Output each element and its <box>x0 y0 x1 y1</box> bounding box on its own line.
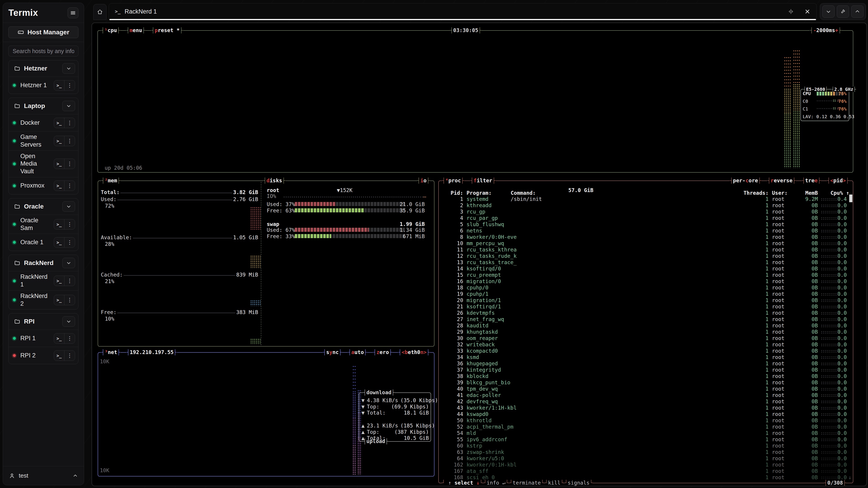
proc-panel-titles[interactable]: ┤⁴proc├┤filter├ <box>442 177 496 184</box>
process-row[interactable]: 14ksoftirqd/01root0B0.0 <box>439 266 853 272</box>
process-row[interactable]: 34ksmd1root0B0.0 <box>439 354 853 361</box>
process-row[interactable]: 41edac-poller1root0B0.0 <box>439 392 853 398</box>
process-row[interactable]: 2kthreadd1root0B0.0 <box>439 202 853 209</box>
process-row[interactable]: 27inet_frag_wq1root0B0.0 <box>439 316 853 323</box>
host-menu-button[interactable]: ⋮ <box>64 237 75 248</box>
process-row[interactable]: 20migration/11root0B0.0 <box>439 297 853 304</box>
host-item[interactable]: RackNerd 2>_⋮ <box>8 290 78 310</box>
update-interval[interactable]: ┤- 2000ms +├ <box>810 27 842 34</box>
chevron-up-icon[interactable] <box>72 473 78 479</box>
search-input[interactable] <box>8 46 79 57</box>
host-terminal-button[interactable]: >_ <box>54 237 64 248</box>
process-row[interactable]: 40tpm_dev_wq1root0B0.0 <box>439 386 853 392</box>
process-row[interactable]: 21ksoftirqd/11root0B0.0 <box>439 304 853 310</box>
host-terminal-button[interactable]: >_ <box>54 159 64 169</box>
host-terminal-button[interactable]: >_ <box>54 276 64 286</box>
host-item[interactable]: Docker>_⋮ <box>8 114 78 131</box>
proc-panel-options[interactable]: ┤per-core├┤reverse├┤tree├┤< pid >├ <box>730 177 849 184</box>
host-item[interactable]: Oracle Sam>_⋮ <box>8 215 78 234</box>
folder-collapse-button[interactable] <box>62 63 75 74</box>
host-menu-button[interactable]: ⋮ <box>64 159 75 169</box>
hamburger-menu-button[interactable] <box>68 7 79 18</box>
process-row[interactable]: 10mm_percpu_wq1root0B0.0 <box>439 240 853 247</box>
process-row[interactable]: 4rcu_par_gp1root0B0.0 <box>439 215 853 221</box>
host-item[interactable]: Open Media Vault>_⋮ <box>8 151 78 177</box>
cpu-panel-titles[interactable]: ┤¹cpu├┤menu├┤preset *├ <box>101 27 183 34</box>
collapse-button[interactable] <box>822 5 835 18</box>
process-row[interactable]: 5slub_flushwq1root0B0.0 <box>439 221 853 228</box>
host-item[interactable]: Hetzner 1>_⋮ <box>8 76 78 94</box>
mem-title-chip[interactable]: ┤²mem├ <box>101 177 121 184</box>
proc-footer-item[interactable]: ┘info ↵└ <box>484 480 508 486</box>
process-row[interactable]: 8kworker/0:0H-eve1root0B0.0 <box>439 234 853 240</box>
host-menu-button[interactable]: ⋮ <box>64 219 75 229</box>
process-row[interactable]: 44kswapd01root0B0.0 <box>439 411 853 418</box>
host-menu-button[interactable]: ⋮ <box>64 80 75 90</box>
tab-racknerd-1[interactable]: >_ RackNerd 1 <box>109 3 817 20</box>
net-panel-options[interactable]: ┤sync├┤auto├┤zero├┤<b eth0 n>├ <box>323 349 430 356</box>
process-row[interactable]: 39blkcg_punt_bio1root0B0.0 <box>439 380 853 386</box>
folder-header[interactable]: RackNerd <box>8 255 78 271</box>
process-row[interactable]: 43kworker/1:1H-kbl1root0B0.0 <box>439 405 853 411</box>
process-row[interactable]: 33kcompactd01root0B0.0 <box>439 348 853 354</box>
process-row[interactable]: 64kworker/u5:01root0B0.0 <box>439 455 853 462</box>
tools-button[interactable] <box>837 5 849 18</box>
host-terminal-button[interactable]: >_ <box>54 118 64 128</box>
process-row[interactable]: 52acpi_thermal_pm1root0B0.0 <box>439 424 853 430</box>
process-row[interactable]: 55ipv6_addrconf1root0B0.0 <box>439 436 853 443</box>
net-option-chip[interactable]: ┤<b eth0 n>├ <box>398 349 430 356</box>
process-row[interactable]: 11rcu_tasks_kthrea1root0B0.0 <box>439 247 853 253</box>
process-row[interactable]: 42devfreq_wq1root0B0.0 <box>439 398 853 405</box>
proc-option-chip[interactable]: ┤reverse├ <box>767 177 796 184</box>
process-row[interactable]: 60kstrp1root0B0.0 <box>439 443 853 449</box>
process-row[interactable]: 3rcu_gp1root0B0.0 <box>439 209 853 215</box>
terminal-view[interactable]: ┤¹cpu├┤menu├┤preset *├ ┤03:30:05├ ┤- 200… <box>92 23 867 486</box>
host-terminal-button[interactable]: >_ <box>54 136 64 146</box>
process-row[interactable]: 54mld1root0B0.0 <box>439 430 853 436</box>
host-item[interactable]: RackNerd 1>_⋮ <box>8 271 78 290</box>
process-row[interactable]: 63zswap-shrink1root0B0.0 <box>439 449 853 455</box>
process-row[interactable]: 6netns1root0B0.0 <box>439 228 853 234</box>
host-item[interactable]: Game Servers>_⋮ <box>8 131 78 151</box>
net-option-chip[interactable]: ┤zero├ <box>373 349 392 356</box>
cpu-title-chip[interactable]: ┤preset *├ <box>151 27 183 34</box>
process-row[interactable]: 30oom_reaper1root0B0.0 <box>439 335 853 341</box>
folder-header[interactable]: Oracle <box>8 198 78 215</box>
process-row[interactable]: 15rcu_preempt1root0B0.0 <box>439 272 853 278</box>
host-menu-button[interactable]: ⋮ <box>64 136 75 146</box>
process-row[interactable]: 32writeback1root0B0.0 <box>439 341 853 348</box>
disks-title-chip[interactable]: ┤disks├ <box>263 177 285 184</box>
process-row[interactable]: 162kworker/0:1H-kbl1root0B0.0 <box>439 462 853 468</box>
proc-scrollbar[interactable] <box>849 195 852 202</box>
process-row[interactable]: 37kintegrityd1root0B0.0 <box>439 367 853 373</box>
host-manager-button[interactable]: Host Manager <box>8 26 79 38</box>
host-terminal-button[interactable]: >_ <box>54 80 64 90</box>
host-item[interactable]: Oracle 1>_⋮ <box>8 234 78 251</box>
host-terminal-button[interactable]: >_ <box>54 295 64 305</box>
home-button[interactable] <box>93 4 106 20</box>
process-row[interactable]: 19cpuhp/11root0B0.0 <box>439 291 853 297</box>
process-row[interactable]: 29khungtaskd1root0B0.0 <box>439 329 853 335</box>
process-row[interactable]: 12rcu_tasks_rude_k1root0B0.0 <box>439 253 853 259</box>
mem-panel-title[interactable]: ┤²mem├ <box>101 177 121 184</box>
process-row[interactable]: 1systemd/sbin/init1root9.2M0.4 <box>439 196 853 202</box>
process-row[interactable]: 16migration/01root0B0.0 <box>439 278 853 285</box>
io-title-chip[interactable]: ┤io├ <box>417 177 430 184</box>
proc-footer-item[interactable]: ┘kill└ <box>545 480 563 486</box>
proc-option-chip[interactable]: ┤tree├ <box>802 177 821 184</box>
net-panel-titles[interactable]: ┤³net├┤192.210.197.55├ <box>101 349 177 356</box>
folder-collapse-button[interactable] <box>62 101 75 111</box>
cpu-title-chip[interactable]: ┤¹cpu├ <box>101 27 120 34</box>
host-menu-button[interactable]: ⋮ <box>64 351 75 361</box>
net-option-chip[interactable]: ┤sync├ <box>323 349 342 356</box>
net-title-chip[interactable]: ┤192.210.197.55├ <box>126 349 177 356</box>
host-item[interactable]: Proxmox>_⋮ <box>8 177 78 194</box>
process-row[interactable]: 36khugepaged1root0B0.0 <box>439 361 853 367</box>
host-terminal-button[interactable]: >_ <box>54 181 64 191</box>
folder-header[interactable]: Hetzner <box>8 60 78 76</box>
folder-collapse-button[interactable] <box>62 258 75 268</box>
process-row[interactable]: 18cpuhp/01root0B0.0 <box>439 285 853 291</box>
proc-title-chip[interactable]: ┤⁴proc├ <box>442 177 464 184</box>
host-menu-button[interactable]: ⋮ <box>64 118 75 128</box>
proc-option-chip[interactable]: ┤< pid >├ <box>827 177 849 184</box>
